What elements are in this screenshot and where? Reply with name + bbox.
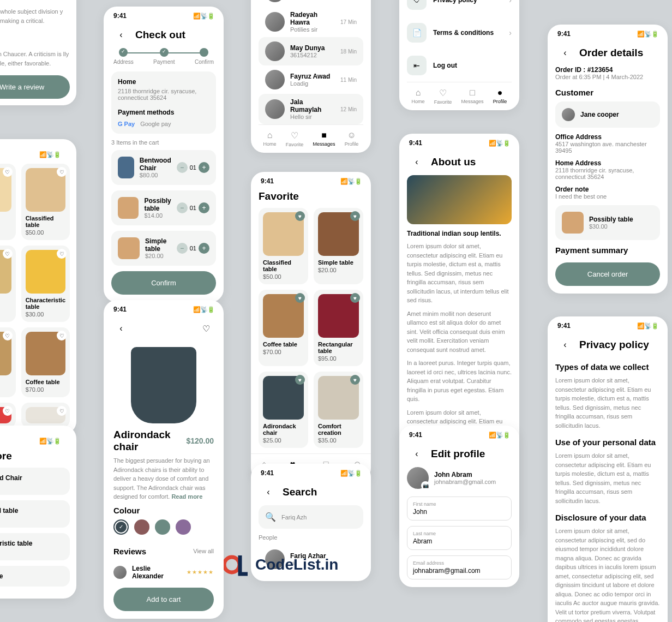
back-button[interactable]: ‹ <box>261 485 276 500</box>
add-to-cart-button[interactable]: Add to cart <box>113 588 214 611</box>
status-icons <box>489 432 509 439</box>
msg-name: Jala Rumaylah <box>290 98 335 113</box>
step-payment <box>160 48 169 57</box>
heart-icon[interactable]: ♥ <box>350 293 360 303</box>
message-row[interactable]: Fayruz AwadLoadig11 Min <box>259 65 363 94</box>
back-button[interactable]: ‹ <box>557 337 573 352</box>
heart-icon[interactable]: ♡ <box>199 321 214 336</box>
product-card[interactable]: ♡ <box>0 246 16 322</box>
heart-icon[interactable]: ♡ <box>3 249 13 259</box>
lastname-field[interactable]: Last nameAbram <box>407 526 512 550</box>
back-button[interactable]: ‹ <box>113 321 129 336</box>
product-card[interactable]: ♥Simple table$20.00 <box>314 208 363 284</box>
heart-icon[interactable]: ♥ <box>295 211 305 221</box>
product-price: $20.00 <box>318 267 359 273</box>
product-price: $70.00 <box>26 386 65 393</box>
message-row[interactable]: May Dunya3615421218 Min <box>259 37 363 65</box>
reviews-title: Reviews <box>113 547 188 556</box>
status-time: 9:41 <box>409 431 422 439</box>
product-name: Coffee table <box>26 379 65 385</box>
page-title: About us <box>431 156 476 168</box>
heart-icon[interactable]: ♥ <box>295 293 305 303</box>
product-card[interactable]: ♡ <box>0 327 16 397</box>
camera-icon[interactable]: 📷 <box>421 481 430 490</box>
avatar <box>113 566 127 579</box>
qty-plus[interactable]: + <box>199 162 209 173</box>
list-item[interactable]: ntwood Chair <box>0 474 63 482</box>
product-card[interactable]: ♡Characteristic table$30.00 <box>21 246 70 322</box>
section-title: Payment summary <box>555 246 660 255</box>
back-button[interactable]: ‹ <box>409 154 424 170</box>
heart-icon[interactable]: ♥ <box>295 375 305 385</box>
settings-privacy[interactable]: 🛡Privacy policy› <box>407 0 512 16</box>
back-button[interactable]: ‹ <box>557 45 573 61</box>
product-card[interactable]: ♡ <box>0 164 16 240</box>
settings-terms[interactable]: 📄Terms & conditions› <box>407 16 512 49</box>
back-button[interactable]: ‹ <box>113 27 129 43</box>
email-field[interactable]: Email addressjohnabram@gmail.com <box>407 555 512 579</box>
product-card[interactable]: ♥Comfort creation$35.00 <box>314 372 363 448</box>
confirm-button[interactable]: Confirm <box>111 271 216 295</box>
product-card[interactable]: ♡ <box>0 403 16 428</box>
section-title: People <box>259 534 363 541</box>
qty-minus[interactable]: − <box>177 162 188 173</box>
cancel-order-button[interactable]: Cancel order <box>555 262 660 286</box>
search-input[interactable]: 🔍Fariq Azh <box>259 505 363 529</box>
product-card[interactable]: ♡Coffee table$70.00 <box>21 327 70 397</box>
heart-icon[interactable]: ♡ <box>3 406 13 416</box>
list-item[interactable]: aracteristic table <box>0 540 63 547</box>
color-option[interactable] <box>155 519 170 535</box>
product-card[interactable]: ♡ <box>21 403 70 428</box>
qty-minus[interactable]: − <box>177 243 188 254</box>
qty-plus[interactable]: + <box>199 243 209 254</box>
view-all-link[interactable]: View all <box>193 548 214 554</box>
home-icon: ⌂ <box>412 88 425 98</box>
color-option[interactable] <box>134 519 149 535</box>
tab-favorite[interactable]: ♡Favorite <box>286 130 304 147</box>
order-item: Possibly table$30.00 <box>555 205 660 240</box>
read-more-link[interactable]: Read more <box>171 493 202 500</box>
heart-icon[interactable]: ♡ <box>3 167 13 177</box>
explore-title: re more <box>0 450 70 462</box>
list-item[interactable]: tistical table <box>0 507 63 515</box>
heart-icon[interactable]: ♡ <box>57 331 67 340</box>
firstname-field[interactable]: First nameJohn <box>407 497 512 521</box>
product-card[interactable]: ♥Classified table$50.00 <box>259 208 308 284</box>
color-option[interactable] <box>176 519 191 535</box>
heart-icon[interactable]: ♡ <box>57 406 67 416</box>
write-review-button[interactable]: Write a review <box>0 75 70 99</box>
qty-minus[interactable]: − <box>177 202 188 213</box>
tab-messages[interactable]: □Messages <box>461 88 484 105</box>
settings-logout[interactable]: ⇤Log out <box>407 49 512 82</box>
message-row[interactable]: Jala RumaylahHello sir12 Min <box>259 94 363 124</box>
heart-icon[interactable]: ♥ <box>350 211 360 221</box>
qty-plus[interactable]: + <box>199 202 209 213</box>
color-title: Colour <box>113 506 214 515</box>
list-item[interactable]: ly table <box>0 572 63 580</box>
back-button[interactable]: ‹ <box>409 446 424 462</box>
chevron-right-icon: › <box>509 0 512 4</box>
tab-favorite[interactable]: ♡Favorite <box>434 88 452 105</box>
heart-icon[interactable]: ♡ <box>57 167 67 177</box>
product-card[interactable]: ♥Adirondack chair$25.00 <box>259 372 308 448</box>
heart-icon[interactable]: ♥ <box>350 375 360 385</box>
heart-icon[interactable]: ♡ <box>57 249 67 259</box>
tab-home[interactable]: ⌂Home <box>263 130 277 147</box>
heart-icon[interactable]: ♡ <box>3 331 13 340</box>
color-option[interactable]: ✓ <box>113 519 129 535</box>
tab-home[interactable]: ⌂Home <box>412 88 425 105</box>
address-card[interactable]: Home 2118 thornridge cir. syracuse, conn… <box>111 71 216 134</box>
message-row[interactable]: Fariq AzharOk sir27 Min <box>259 0 363 7</box>
tab-messages[interactable]: ■Messages <box>313 130 335 147</box>
tab-profile[interactable]: ●Profile <box>493 88 507 105</box>
product-card[interactable]: ♥Coffee table$70.00 <box>259 290 308 366</box>
product-card[interactable]: ♡Classified table$50.00 <box>21 164 70 240</box>
item-name: Possibly table <box>589 216 633 223</box>
tab-profile[interactable]: ☺Profile <box>345 130 359 147</box>
avatar[interactable]: 📷 <box>407 467 429 489</box>
product-card[interactable]: ♥Rectangular table$95.00 <box>314 290 363 366</box>
section-title: Use of your personal data <box>555 438 660 447</box>
message-row[interactable]: Radeyah HawraPotilies sir17 Min <box>259 7 363 37</box>
msg-preview: Potilies sir <box>290 26 335 33</box>
address-label: Office Address <box>555 133 660 141</box>
